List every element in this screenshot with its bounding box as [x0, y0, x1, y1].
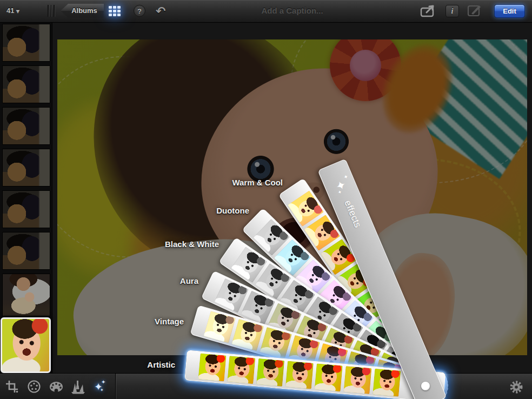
compose-edit-icon[interactable]: [466, 4, 482, 20]
exposure-tool-icon[interactable]: [25, 378, 43, 395]
effect-preview-thumb[interactable]: [315, 363, 343, 391]
brushes-tool-icon[interactable]: [69, 378, 87, 395]
info-icon[interactable]: i: [445, 5, 459, 17]
fan-pivot-handle[interactable]: [421, 382, 430, 390]
fan-title: effects: [342, 199, 363, 230]
color-palette-tool-icon[interactable]: [48, 378, 65, 395]
fan-label-duotone[interactable]: Duotone: [216, 206, 249, 215]
effects-tool-icon-active[interactable]: ✦ ✦ ✦: [90, 378, 107, 395]
effect-preview-thumb[interactable]: [227, 356, 255, 384]
top-toolbar: 41▼ Albums ? ↶ Add a Caption... i Edit: [0, 0, 532, 23]
photo-thumbnail[interactable]: [2, 149, 50, 187]
fan-label-aura[interactable]: Aura: [180, 276, 198, 285]
fan-label-black-white[interactable]: Black & White: [165, 240, 219, 249]
photo-thumbnail[interactable]: [2, 65, 50, 103]
fan-label-vintage[interactable]: Vintage: [155, 317, 184, 326]
photo-thumbnail[interactable]: [2, 24, 50, 62]
effect-preview-thumb[interactable]: [373, 369, 401, 397]
crop-tool-icon[interactable]: [3, 378, 21, 395]
photo-thumbnail-sidebar: [0, 22, 52, 373]
photo-count-dropdown[interactable]: 41▼: [6, 0, 19, 22]
sparkles-icon: ✦ ✦ ✦: [330, 176, 351, 197]
photo-count-value: 41: [6, 6, 14, 15]
sparkle-glyph: ✦: [101, 379, 105, 385]
iphoto-app-window: Warm & Cool Duotone Black & White Aura V…: [0, 0, 532, 399]
effect-preview-thumb[interactable]: [232, 319, 264, 351]
photo-thumbnail[interactable]: [2, 107, 50, 145]
sparkle-glyph: ✦: [342, 174, 349, 180]
settings-gear-icon[interactable]: [509, 380, 524, 395]
effect-preview-thumb[interactable]: [204, 311, 236, 343]
photo-thumbnail[interactable]: [2, 190, 50, 228]
edit-button[interactable]: Edit: [494, 4, 525, 18]
toolbar-divider: [116, 374, 116, 399]
caption-input[interactable]: Add a Caption...: [52, 0, 532, 22]
share-icon[interactable]: [420, 4, 437, 20]
effect-preview-thumb[interactable]: [260, 327, 291, 359]
effect-preview-thumb[interactable]: [343, 366, 371, 394]
sparkle-glyph: ✦: [100, 388, 104, 393]
fan-label-artistic[interactable]: Artistic: [147, 360, 175, 369]
effect-preview-thumb[interactable]: [285, 361, 314, 389]
photo-thumbnail[interactable]: [2, 274, 50, 316]
caret-down-icon: ▼: [16, 9, 19, 14]
photo-thumbnail[interactable]: [2, 232, 50, 270]
photo-thumbnail-selected[interactable]: [1, 317, 51, 373]
effect-preview-thumb[interactable]: [198, 353, 227, 381]
effect-preview-thumb[interactable]: [256, 358, 284, 387]
fan-label-warm-cool[interactable]: Warm & Cool: [232, 178, 283, 187]
